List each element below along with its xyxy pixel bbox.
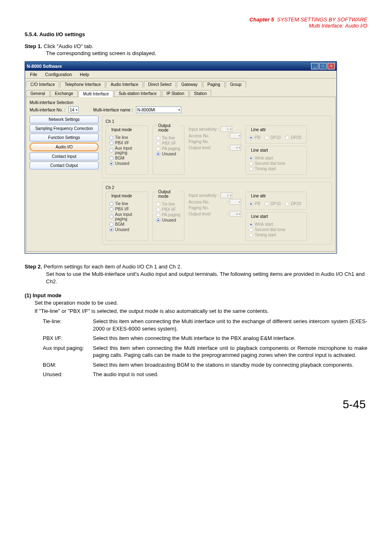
ch1-group: Ch 1 Input mode Tie line PBX I/F Aux inp… — [102, 116, 332, 178]
def-term: Unused: — [43, 371, 89, 378]
menu-config[interactable]: Configuration — [42, 72, 75, 77]
radio-icon[interactable] — [249, 156, 253, 160]
radio-icon[interactable] — [156, 141, 160, 146]
top-controls: Multi-interface No. : 14▾ Multi-interfac… — [30, 106, 332, 113]
ch2-output-mode: Output mode Tie line PBX I/F PA paging U… — [152, 192, 184, 241]
access-select[interactable]: ▾ — [230, 199, 241, 205]
access-select[interactable]: ▾ — [230, 133, 241, 139]
tab-gateway[interactable]: Gateway — [177, 81, 202, 88]
radio-icon[interactable] — [285, 202, 289, 206]
access-label: Access No. — [189, 200, 210, 204]
radio-icon[interactable] — [156, 218, 160, 222]
def-row-tie: Tie-line:Select this item when connectin… — [43, 318, 367, 332]
colon: : — [240, 139, 241, 144]
nav-sampling-freq[interactable]: Sampling Frequency Correction — [30, 125, 99, 132]
in-sens-value: 1 — [227, 127, 229, 131]
opt-pbx: PBX I/F — [162, 141, 176, 146]
radio-icon[interactable] — [156, 202, 160, 206]
colon: : — [240, 206, 241, 210]
radio-icon[interactable] — [249, 222, 253, 227]
close-icon[interactable]: × — [327, 63, 335, 69]
nav-contact-output[interactable]: Contact Output — [30, 162, 99, 169]
outlvl-select[interactable]: 4▾ — [230, 145, 241, 150]
opt-bgm: BGM — [115, 222, 125, 227]
opt-tie: Tie line — [115, 135, 128, 140]
tab-multi-interface[interactable]: Multi Interface — [78, 90, 113, 97]
def-desc: Select this item when connecting the Mul… — [93, 345, 367, 359]
menu-file[interactable]: File — [27, 72, 41, 77]
in-sens-select[interactable]: 1▾ — [221, 192, 232, 198]
ch2-title: Ch 2 — [106, 185, 328, 190]
minimize-icon[interactable]: _ — [311, 63, 318, 69]
outlvl-label: Output level — [189, 212, 210, 216]
tab-substation-interface[interactable]: Sub-station Interface — [114, 90, 161, 97]
colon: : — [227, 146, 228, 150]
ch2-mid-col: Input sensitivity :1▾ Access No.:▾ Pagin… — [189, 192, 241, 241]
radio-icon[interactable] — [109, 207, 113, 211]
opt-dp20: DP20 — [291, 135, 301, 140]
ch1-line-start: Line start Wink start Second dial tone T… — [245, 146, 307, 175]
maximize-icon[interactable]: □ — [319, 63, 327, 69]
chapter-title: SYSTEM SETTINGS BY SOFTWARE — [277, 16, 367, 23]
opt-unused: Unused — [162, 152, 176, 156]
radio-icon[interactable] — [109, 141, 113, 145]
def-row-bgm: BGM:Select this item when broadcasting B… — [43, 361, 367, 369]
radio-icon[interactable] — [265, 202, 269, 206]
radio-icon[interactable] — [249, 202, 253, 206]
radio-icon[interactable] — [156, 147, 160, 151]
radio-icon[interactable] — [249, 233, 253, 237]
radio-icon[interactable] — [156, 208, 160, 212]
radio-icon[interactable] — [109, 228, 113, 232]
opt-dp20: DP20 — [291, 201, 301, 206]
radio-icon[interactable] — [285, 136, 289, 140]
page-number: 5-45 — [25, 398, 367, 411]
radio-icon[interactable] — [109, 162, 113, 166]
nav-audio-io[interactable]: Audio I/O — [30, 143, 99, 151]
left-nav: Network Settings Sampling Frequency Corr… — [30, 116, 99, 248]
tab-general[interactable]: General — [26, 90, 50, 97]
tab-paging[interactable]: Paging — [203, 81, 225, 88]
line-attr-label: Line attr — [250, 127, 267, 132]
tab-ip-station[interactable]: IP Station — [162, 90, 189, 97]
radio-icon[interactable] — [109, 148, 113, 153]
opt-second: Second dial tone — [255, 161, 286, 166]
radio-icon[interactable] — [249, 162, 253, 166]
tab-telephone-interface[interactable]: Telephone Interface — [60, 81, 105, 88]
tab-co-interface[interactable]: C/O Interface — [26, 81, 59, 88]
radio-icon[interactable] — [109, 136, 113, 140]
tab-direct-select[interactable]: Direct Select — [144, 81, 176, 88]
radio-icon[interactable] — [109, 156, 113, 160]
radio-icon[interactable] — [156, 213, 160, 217]
colon: : — [227, 212, 228, 216]
menu-help[interactable]: Help — [76, 72, 92, 77]
radio-icon[interactable] — [109, 215, 113, 219]
tab-group[interactable]: Group — [226, 81, 246, 88]
tab-exchange[interactable]: Exchange — [51, 90, 78, 97]
colon: : — [227, 200, 228, 204]
mi-name-value: N-8000MI — [137, 108, 155, 112]
radio-icon[interactable] — [249, 228, 253, 232]
radio-icon[interactable] — [156, 152, 160, 156]
nav-function-settings[interactable]: Function Settings — [30, 134, 99, 141]
radio-icon[interactable] — [265, 136, 269, 140]
radio-icon[interactable] — [109, 222, 113, 227]
chevron-down-icon: ▾ — [239, 134, 240, 138]
nav-network-settings[interactable]: Network Settings — [30, 116, 99, 123]
mi-no-select[interactable]: 14▾ — [69, 106, 78, 113]
radio-icon[interactable] — [156, 136, 160, 140]
window-title: N-8000 Software — [27, 62, 62, 71]
radio-icon[interactable] — [249, 167, 253, 171]
mi-name-select[interactable]: N-8000MI▾ — [136, 106, 181, 113]
ch1-input-mode: Input mode Tie line PBX I/F Aux input pa… — [106, 125, 148, 175]
nav-contact-input[interactable]: Contact Input — [30, 153, 99, 160]
radio-icon[interactable] — [109, 202, 113, 206]
def-row-aux: Aux input paging:Select this item when c… — [43, 345, 367, 359]
input-mode-p1: Set the operation mode to be used. — [35, 299, 367, 307]
outlvl-select[interactable]: 4▾ — [230, 211, 241, 217]
tab-audio-interface[interactable]: Audio Interface — [106, 81, 143, 88]
tab-station[interactable]: Station — [189, 90, 211, 97]
radio-icon[interactable] — [249, 136, 253, 140]
in-sens-select[interactable]: 1▾ — [221, 126, 232, 132]
chevron-down-icon: ▾ — [230, 194, 231, 197]
titlebar: N-8000 Software _ □ × — [25, 62, 337, 71]
